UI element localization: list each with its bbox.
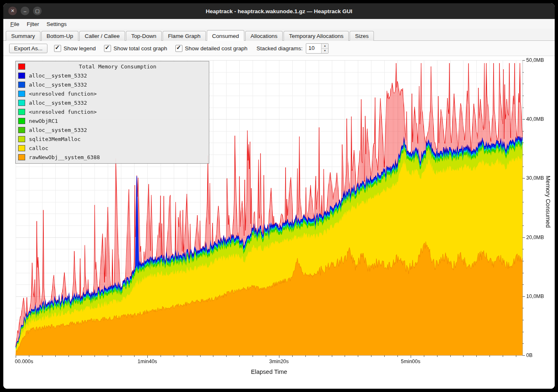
checkbox-box [54,45,61,52]
tab-summary[interactable]: Summary [6,31,40,41]
tab-flame-graph[interactable]: Flame Graph [163,31,206,41]
legend-item: <unresolved function> [16,107,209,116]
chart-panel: Total Memory Consumptionalloc__system_53… [3,56,555,389]
tab-caller-callee[interactable]: Caller / Callee [79,31,125,41]
spin-down-button[interactable]: ▼ [322,49,328,53]
menu-settings[interactable]: Settings [43,20,71,28]
legend-item: rawNewObj__system_6388 [16,153,209,162]
legend-item: alloc__system_5332 [16,98,209,107]
tab-allocations[interactable]: Allocations [245,31,283,41]
legend-swatch [18,63,25,70]
checkbox-box [175,45,182,52]
x-axis-label: Elapsed Time [16,369,523,375]
legend-swatch [18,136,25,142]
spin-buttons: ▲ ▼ [321,44,328,53]
menu-file[interactable]: File [7,20,23,28]
legend-item: calloc [16,143,209,153]
spin-up-button[interactable]: ▲ [322,44,328,49]
legend-item: alloc__system_5332 [16,80,209,89]
legend-swatch [18,109,25,115]
legend-swatch [18,91,25,97]
legend-swatch [18,154,25,160]
tab-bottom-up[interactable]: Bottom-Up [41,31,79,41]
legend-swatch [18,127,25,133]
legend-swatch [18,145,25,151]
export-as-button[interactable]: Export As... [9,44,47,53]
menubar: FileFilterSettings [3,19,555,29]
toolbar: Export As... Show legendShow total cost … [3,41,555,56]
tab-bar: SummaryBottom-UpCaller / CalleeTop-DownF… [3,29,555,41]
chart-legend: Total Memory Consumptionalloc__system_53… [15,61,209,164]
checkbox-show-detailed-cost-graph[interactable]: Show detailed cost graph [175,45,248,52]
legend-item: sqlite3MemMalloc [16,134,209,143]
stacked-diagrams-label: Stacked diagrams: [257,45,303,52]
legend-item: <unresolved function> [16,89,209,98]
checkbox-show-legend[interactable]: Show legend [54,45,96,52]
legend-swatch [18,73,25,79]
legend-item: newObjRC1 [16,116,209,125]
app-window: ✕ – ▢ Heaptrack - heaptrack.wakunode.1.g… [3,3,555,389]
tab-top-down[interactable]: Top-Down [126,31,162,41]
menu-filter[interactable]: Filter [23,20,43,28]
legend-title: Total Memory Consumption [29,63,206,70]
legend-item: alloc__system_5332 [16,71,209,80]
titlebar: ✕ – ▢ Heaptrack - heaptrack.wakunode.1.g… [3,3,555,19]
y-axis-label: Memory Consumed [545,176,551,228]
stacked-diagrams-spinbox[interactable]: 10 ▲ ▼ [306,43,329,54]
tab-temporary-allocations[interactable]: Temporary Allocations [284,31,349,41]
legend-title-row: Total Memory Consumption [16,62,209,71]
checkbox-show-total-cost-graph[interactable]: Show total cost graph [104,45,167,52]
stacked-diagrams-value: 10 [306,44,321,53]
legend-swatch [18,82,25,88]
checkbox-box [104,45,111,52]
tab-consumed[interactable]: Consumed [207,30,244,41]
checkbox-group: Show legendShow total cost graphShow det… [54,45,248,52]
tab-sizes[interactable]: Sizes [350,31,374,41]
window-title: Heaptrack - heaptrack.wakunode.1.gz — He… [3,3,555,19]
legend-swatch [18,100,25,106]
legend-swatch [18,118,25,124]
legend-item: alloc__system_5332 [16,125,209,134]
